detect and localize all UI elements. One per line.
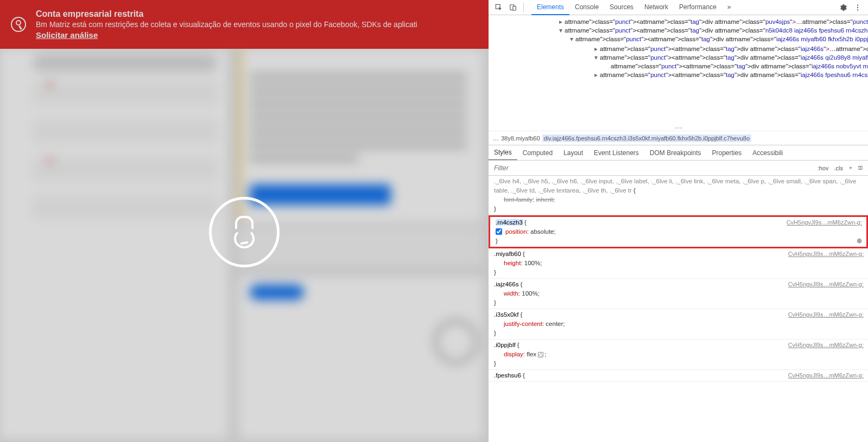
subtab-computed[interactable]: Computed xyxy=(517,146,558,160)
panel-resize-handle[interactable] xyxy=(489,127,868,131)
blurred-background xyxy=(0,0,489,442)
svg-point-5 xyxy=(857,9,858,10)
subtab-layout[interactable]: Layout xyxy=(558,146,588,160)
css-rule-block[interactable]: ._6lve h4, ._6lve h5, ._6lve h6, ._6lve … xyxy=(489,176,868,215)
devtools-main-tabs: Elements Console Sources Network Perform… xyxy=(531,0,737,15)
speedometer-icon xyxy=(11,17,26,32)
css-rule-close: } xyxy=(494,359,864,368)
tab-performance[interactable]: Performance xyxy=(674,0,722,15)
flex-badge-icon[interactable] xyxy=(538,352,543,357)
css-rule-close: } xyxy=(494,268,864,277)
css-property[interactable]: font-family: inherit; xyxy=(494,195,864,204)
dom-tree-line[interactable]: ▸attrname">class="punct"><attrname">clas… xyxy=(489,17,868,26)
elements-tree[interactable]: ▸attrname">class="punct"><attrname">clas… xyxy=(489,15,868,131)
tab-network[interactable]: Network xyxy=(639,0,674,15)
devtools-toolbar: Elements Console Sources Network Perform… xyxy=(489,0,868,15)
css-property[interactable]: height: 100%; xyxy=(494,259,864,268)
dom-tree-line[interactable]: ▸attrname">class="punct"><attrname">clas… xyxy=(489,44,868,53)
crumb-overflow[interactable]: … xyxy=(493,135,499,142)
css-property[interactable]: position: absolute; xyxy=(496,227,862,236)
device-toolbar-icon[interactable] xyxy=(507,2,519,14)
cls-toggle[interactable]: .cls xyxy=(832,164,846,172)
css-property[interactable]: display: flex ; xyxy=(494,350,864,359)
css-property[interactable]: width: 100%; xyxy=(494,289,864,298)
dom-tree-line[interactable]: attrname">class="punct"><attrname">class… xyxy=(489,62,868,71)
subtab-dombreakpoints[interactable]: DOM Breakpoints xyxy=(644,146,707,160)
dom-tree-line[interactable]: ▾attrname">class="punct"><attrname">clas… xyxy=(489,53,868,62)
toggle-computed-pane-icon[interactable] xyxy=(856,164,865,172)
settings-gear-icon[interactable] xyxy=(838,2,850,14)
styles-rules-list[interactable]: ._6lve h4, ._6lve h5, ._6lve h6, ._6lve … xyxy=(489,176,868,442)
stylesheet-source-link[interactable]: CvH5ngvJl9s…mM6zZwn-g: xyxy=(788,280,864,289)
dom-tree-line[interactable]: ▸attrname">class="punct"><attrname">clas… xyxy=(489,71,868,79)
tab-more[interactable]: » xyxy=(722,0,737,15)
css-rule-block[interactable]: CvH5ngvJl9s…mM6zZwn-g:.iajz466s {width: … xyxy=(489,279,868,309)
stylesheet-source-link[interactable]: CvH5ngvJl9s…mM6zZwn-g: xyxy=(788,341,864,350)
css-rule-close: } xyxy=(496,236,862,246)
css-selector[interactable]: ._6lve h4, ._6lve h5, ._6lve h6, ._6lve … xyxy=(494,177,864,195)
dom-tree-line[interactable]: ▾attrname">class="punct"><attrname">clas… xyxy=(489,35,868,44)
banner-text: Bm Matriz está com restrições de coleta … xyxy=(36,20,478,29)
crumb-current[interactable]: div.iajz466s.fpeshsu6.rn4cszh3.i3s5x0kf.… xyxy=(542,134,752,142)
css-property[interactable]: justify-content: center; xyxy=(494,319,864,329)
property-toggle-checkbox[interactable] xyxy=(496,228,502,235)
banner-request-review-link[interactable]: Solicitar análise xyxy=(36,30,478,40)
tab-console[interactable]: Console xyxy=(569,0,604,15)
subtab-eventlisteners[interactable]: Event Listeners xyxy=(588,146,644,160)
hov-toggle[interactable]: :hov xyxy=(815,164,831,172)
css-rule-block[interactable]: CvH5ngvJl9s…mM6zZwn-g:.miyafb60 {height:… xyxy=(489,248,868,279)
kebab-menu-icon[interactable] xyxy=(852,2,864,14)
css-rule-block[interactable]: CvH5ngvJl9s…mM6zZwn-g:.rn4cszh3 {positio… xyxy=(489,215,868,248)
stylesheet-source-link[interactable]: CvH5ngvJl9s…mM6zZwn-g: xyxy=(788,249,864,259)
new-style-rule-icon[interactable] xyxy=(846,164,855,172)
subtab-properties[interactable]: Properties xyxy=(707,146,747,160)
stylesheet-source-link[interactable]: CvH5ngvJl9s…mM6zZwn-g: xyxy=(788,371,864,380)
facebook-page-left: Conta empresarial restrita Bm Matriz est… xyxy=(0,0,489,442)
css-rule-block[interactable]: CvH5ngvJl9s…mM6zZwn-g:.i3s5x0kf {justify… xyxy=(489,309,868,339)
css-rule-close: } xyxy=(494,204,864,214)
chrome-devtools: Elements Console Sources Network Perform… xyxy=(489,0,868,442)
add-property-icon[interactable]: ⊕ xyxy=(857,236,862,246)
svg-rect-2 xyxy=(513,6,516,10)
elements-breadcrumb[interactable]: … 38y8.miyafb60 div.iajz466s.fpeshsu6.rn… xyxy=(489,131,868,145)
css-rule-block[interactable]: CvH5ngvJl9s…mM6zZwn-g:.i0ppjblf {display… xyxy=(489,339,868,370)
styles-filter-row: :hov .cls xyxy=(489,161,868,176)
stylesheet-source-link[interactable]: CvH5ngvJl9s…mM6zZwn-g: xyxy=(788,310,864,319)
stylesheet-source-link[interactable]: CvH5ngvJl9s…mM6zZwn-g: xyxy=(787,218,862,227)
svg-point-3 xyxy=(857,4,858,5)
tab-sources[interactable]: Sources xyxy=(604,0,639,15)
subtab-styles[interactable]: Styles xyxy=(489,145,517,161)
restriction-banner: Conta empresarial restrita Bm Matriz est… xyxy=(0,0,489,49)
svg-point-4 xyxy=(857,7,858,8)
styles-tabs: Styles Computed Layout Event Listeners D… xyxy=(489,145,868,161)
tab-elements[interactable]: Elements xyxy=(531,0,569,15)
styles-filter-input[interactable] xyxy=(489,164,815,172)
banner-title: Conta empresarial restrita xyxy=(36,9,478,19)
subtab-accessibility[interactable]: Accessibili xyxy=(747,146,788,160)
css-rule-block[interactable]: CvH5ngvJl9s…mM6zZwn-g:.fpeshsu6 { xyxy=(489,370,868,382)
crumb-prev[interactable]: 38y8.miyafb60 xyxy=(501,135,540,142)
inspect-element-icon[interactable] xyxy=(493,2,505,14)
css-rule-close: } xyxy=(494,298,864,308)
dom-tree-line[interactable]: ▾attrname">class="punct"><attrname">clas… xyxy=(489,26,868,35)
css-rule-close: } xyxy=(494,329,864,338)
